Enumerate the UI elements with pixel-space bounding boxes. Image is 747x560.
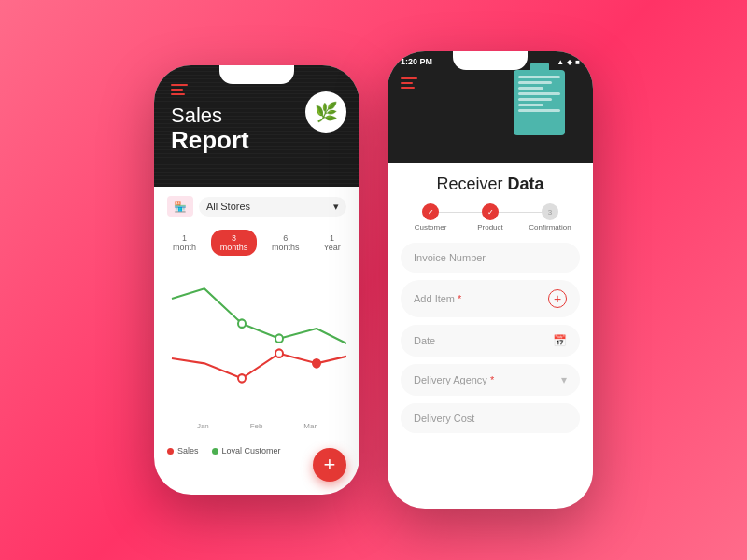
period-1year[interactable]: 1 Year — [314, 230, 350, 256]
sales-dot — [167, 448, 174, 455]
receipt-line-6 — [518, 104, 543, 106]
left-notch — [219, 65, 294, 84]
sales-chart — [167, 269, 346, 418]
chart-area: Jan Feb Mar — [154, 263, 359, 441]
receipt-line-2 — [518, 81, 552, 84]
date-field[interactable]: Date 📅 — [401, 325, 580, 357]
chevron-down-icon: ▾ — [561, 373, 567, 386]
step-product: ✓ Product — [460, 203, 520, 231]
delivery-cost-field[interactable]: Delivery Cost — [401, 403, 580, 433]
add-item-field[interactable]: Add Item * + — [401, 280, 580, 317]
logo-icon: 🌿 — [315, 101, 338, 123]
add-item-button[interactable]: + — [548, 289, 567, 308]
period-row: 1 month 3 months 6 months 1 Year — [154, 226, 359, 263]
svg-point-3 — [275, 349, 283, 357]
receipt-line-4 — [518, 92, 560, 95]
step-label-customer: Customer — [415, 223, 447, 231]
hamburger-icon[interactable] — [171, 84, 188, 95]
fab-icon: + — [324, 455, 336, 475]
right-phone: 1:20 PM ▲ ◆ ■ — [388, 51, 593, 509]
delivery-agency-label: Delivery Agency * — [414, 374, 494, 385]
progress-steps: ✓ Customer ✓ Product 3 Confirmation — [401, 203, 580, 231]
svg-point-4 — [313, 359, 320, 368]
title-light: Sales — [171, 104, 222, 127]
sales-label: Sales — [177, 446, 199, 455]
logo-circle: 🌿 — [305, 91, 346, 133]
step-circle-confirmation: 3 — [542, 203, 558, 220]
title-bold: Report — [171, 127, 343, 154]
store-select[interactable]: All Stores ▾ — [199, 197, 346, 217]
receiver-title: Receiver Data — [401, 175, 580, 194]
phones-container: Sales Report 🌿 🏪 All Stores ▾ 1 month 3 … — [154, 51, 593, 509]
step-customer: ✓ Customer — [401, 203, 460, 231]
left-phone: Sales Report 🌿 🏪 All Stores ▾ 1 month 3 … — [154, 65, 359, 495]
svg-point-0 — [238, 319, 246, 328]
filter-row: 🏪 All Stores ▾ — [154, 187, 359, 226]
receipt-line-1 — [518, 76, 560, 78]
status-icons: ▲ ◆ ■ — [557, 58, 580, 66]
svg-point-2 — [238, 374, 246, 383]
period-1month[interactable]: 1 month — [163, 230, 205, 256]
right-notch — [453, 51, 528, 70]
delivery-agency-field[interactable]: Delivery Agency * ▾ — [401, 364, 580, 396]
signal-icon: ◆ — [567, 58, 572, 66]
fab-button[interactable]: + — [313, 448, 346, 482]
invoice-number-field[interactable]: Invoice Number — [401, 243, 580, 273]
chevron-down-icon: ▾ — [333, 201, 339, 213]
step-label-product: Product — [477, 223, 503, 231]
receipt-illustration — [514, 70, 565, 140]
right-hamburger-icon[interactable] — [401, 77, 417, 89]
battery-icon: ■ — [575, 58, 580, 66]
store-label: All Stores — [206, 201, 250, 212]
wifi-icon: ▲ — [557, 58, 564, 66]
date-label: Date — [414, 335, 435, 346]
store-icon: 🏪 — [167, 196, 193, 217]
invoice-label: Invoice Number — [414, 252, 486, 263]
form-content: Receiver Data ✓ Customer ✓ Product 3 Con… — [388, 163, 593, 452]
loyal-label: Loyal Customer — [222, 446, 281, 455]
x-label-jan: Jan — [197, 422, 209, 430]
x-axis-labels: Jan Feb Mar — [167, 422, 346, 430]
svg-point-1 — [275, 334, 283, 343]
title-normal: Receiver — [436, 175, 502, 193]
receipt-card — [514, 70, 565, 135]
delivery-cost-label: Delivery Cost — [414, 413, 474, 424]
x-label-mar: Mar — [303, 422, 317, 430]
receipt-line-5 — [518, 98, 552, 101]
legend-loyal: Loyal Customer — [212, 446, 281, 455]
receipt-line-3 — [518, 87, 543, 90]
legend-sales: Sales — [167, 446, 199, 455]
add-item-label: Add Item * — [414, 293, 461, 304]
title-bold: Data — [508, 175, 544, 193]
step-circle-customer: ✓ — [422, 203, 439, 220]
period-6months[interactable]: 6 months — [262, 230, 308, 256]
calendar-icon: 📅 — [553, 334, 567, 347]
x-label-feb: Feb — [250, 422, 263, 430]
step-label-confirmation: Confirmation — [529, 223, 571, 231]
loyal-dot — [212, 448, 218, 455]
period-3months[interactable]: 3 months — [211, 230, 257, 256]
step-circle-product: ✓ — [482, 203, 499, 220]
status-time: 1:20 PM — [401, 57, 432, 66]
step-confirmation: 3 Confirmation — [520, 203, 580, 231]
receipt-line-7 — [518, 109, 560, 112]
